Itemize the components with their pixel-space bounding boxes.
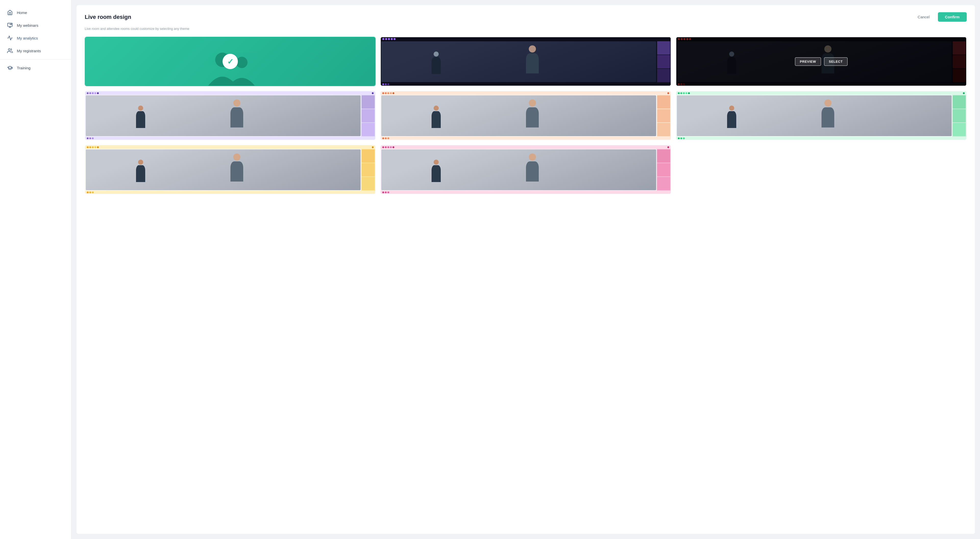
theme-card-5[interactable] [380, 91, 671, 140]
page-title: Live room design [85, 14, 131, 21]
theme-card-6-inner [676, 91, 966, 140]
theme-card-3-hover-overlay: PREVIEW SELECT [676, 37, 966, 86]
training-icon [7, 65, 13, 71]
svg-point-2 [8, 49, 10, 51]
theme-card-4-inner [85, 91, 375, 140]
registrants-icon [7, 48, 13, 54]
main-content: Live room design Cancel Confirm Live roo… [72, 0, 980, 539]
content-card: Live room design Cancel Confirm Live roo… [76, 5, 975, 534]
selected-checkmark [223, 54, 238, 69]
theme-card-6[interactable] [676, 91, 967, 140]
confirm-button[interactable]: Confirm [938, 12, 967, 22]
webinars-icon [7, 22, 13, 28]
page-subtitle: Live room and attendee rooms could custo… [85, 27, 967, 30]
svg-point-1 [11, 24, 12, 25]
sidebar-item-home-label: Home [17, 11, 27, 15]
cancel-button[interactable]: Cancel [914, 13, 934, 21]
sidebar-item-my-analytics-label: My analytics [17, 36, 38, 40]
theme-card-1-inner [85, 37, 375, 86]
sidebar-item-my-registrants-label: My registrants [17, 49, 41, 53]
sidebar-item-my-analytics[interactable]: My analytics [0, 32, 71, 44]
home-icon [7, 10, 13, 15]
page-header: Live room design Cancel Confirm [85, 12, 967, 22]
sidebar-item-my-registrants[interactable]: My registrants [0, 44, 71, 57]
sidebar-item-training-label: Training [17, 66, 30, 70]
theme-card-4[interactable] [85, 91, 375, 140]
theme-card-8[interactable] [380, 145, 671, 194]
header-actions: Cancel Confirm [914, 12, 967, 22]
svg-point-4 [236, 57, 248, 68]
theme-card-3-inner: PREVIEW SELECT [676, 37, 966, 86]
sidebar-item-my-webinars-label: My webinars [17, 23, 38, 27]
sidebar: Home My webinars My analytics [0, 0, 72, 539]
theme-card-2[interactable] [380, 37, 671, 86]
select-button-3[interactable]: SELECT [824, 57, 848, 66]
theme-card-5-inner [381, 91, 671, 140]
preview-button-3[interactable]: PREVIEW [795, 57, 821, 66]
theme-grid: PREVIEW SELECT [85, 37, 967, 194]
theme-card-1[interactable] [85, 37, 375, 86]
sidebar-item-my-webinars[interactable]: My webinars [0, 19, 71, 32]
theme-card-7[interactable] [85, 145, 375, 194]
theme-card-8-inner [381, 145, 671, 194]
sidebar-item-home[interactable]: Home [0, 6, 71, 19]
theme-card-2-inner [381, 37, 671, 86]
sidebar-item-training[interactable]: Training [0, 62, 71, 74]
analytics-icon [7, 35, 13, 41]
theme-card-3[interactable]: PREVIEW SELECT [676, 37, 967, 86]
theme-card-7-inner [85, 145, 375, 194]
